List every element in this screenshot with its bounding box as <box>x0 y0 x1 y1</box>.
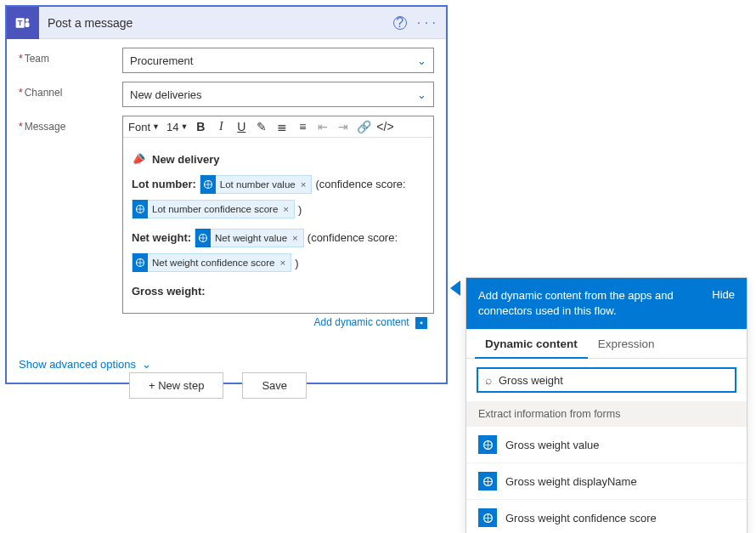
field-team: *Team Procurement ⌄ <box>19 48 434 73</box>
token-icon <box>195 229 211 247</box>
dc-item-gross-displayname[interactable]: Gross weight displayName <box>466 463 747 500</box>
card-header-actions: ? · · · <box>393 15 446 31</box>
tab-expression[interactable]: Expression <box>588 329 665 358</box>
card-body: *Team Procurement ⌄ *Channel New deliver… <box>7 39 446 349</box>
show-advanced-link[interactable]: Show advanced options ⌄ <box>19 358 151 371</box>
editor-heading: New delivery <box>152 150 220 169</box>
gross-weight-label: Gross weight: <box>132 281 206 301</box>
token-remove[interactable]: × <box>287 230 303 247</box>
add-dynamic-content-row: Add dynamic content ▪ <box>122 314 434 334</box>
tab-dynamic-content[interactable]: Dynamic content <box>475 329 588 359</box>
save-button[interactable]: Save <box>242 372 307 399</box>
font-picker[interactable]: Font▼ <box>128 121 161 133</box>
megaphone-icon: 📣 <box>128 148 148 171</box>
add-dynamic-content-badge: ▪ <box>415 317 427 329</box>
underline-button[interactable]: U <box>234 120 249 133</box>
token-lot-confidence[interactable]: Lot number confidence score × <box>132 200 295 218</box>
popup-header-text: Add dynamic content from the apps and co… <box>478 288 712 319</box>
search-icon: ⌕ <box>485 373 492 387</box>
more-icon[interactable]: · · · <box>417 15 436 31</box>
token-icon <box>133 200 148 218</box>
search-box[interactable]: ⌕ <box>477 367 736 393</box>
outdent-button[interactable]: ⇤ <box>315 120 330 133</box>
channel-label: *Channel <box>19 82 122 107</box>
lot-number-label: Lot number: <box>132 174 196 194</box>
new-step-button[interactable]: + New step <box>129 372 223 399</box>
message-label: *Message <box>19 116 122 334</box>
confidence-close: ) <box>298 200 302 219</box>
dc-group-header: Extract information from forms <box>466 401 747 427</box>
teams-icon: T <box>7 7 39 39</box>
svg-text:T: T <box>18 19 23 27</box>
indent-button[interactable]: ⇥ <box>336 120 351 133</box>
dc-item-icon <box>478 508 497 527</box>
link-button[interactable]: 🔗 <box>356 120 371 133</box>
bold-button[interactable]: B <box>193 120 208 133</box>
confidence-close: ) <box>295 253 298 273</box>
dc-item-label: Gross weight confidence score <box>505 512 657 524</box>
code-view-button[interactable]: </> <box>376 120 392 133</box>
size-picker[interactable]: 14▼ <box>166 121 188 133</box>
team-label: *Team <box>19 48 122 73</box>
chevron-down-icon: ⌄ <box>417 88 426 101</box>
search-wrap: ⌕ <box>466 359 747 401</box>
dc-item-gross-confidence[interactable]: Gross weight confidence score <box>466 500 747 533</box>
search-input[interactable] <box>499 374 728 387</box>
number-list-button[interactable]: ≡ <box>295 120 310 133</box>
svg-rect-3 <box>25 22 30 27</box>
popup-connector <box>450 281 460 296</box>
highlight-button[interactable]: ✎ <box>254 120 269 133</box>
confidence-open: (confidence score: <box>307 228 398 247</box>
bullet-list-button[interactable]: ≣ <box>274 120 290 133</box>
team-value: Procurement <box>130 54 193 67</box>
dc-item-gross-value[interactable]: Gross weight value <box>466 427 747 463</box>
token-net-confidence[interactable]: Net weight confidence score × <box>132 253 291 272</box>
token-remove[interactable]: × <box>274 254 291 272</box>
italic-button[interactable]: I <box>213 120 228 133</box>
channel-value: New deliveries <box>130 88 202 101</box>
rich-text-editor: Font▼ 14▼ B I U ✎ ≣ ≡ ⇤ ⇥ 🔗 </> � <box>122 116 434 314</box>
action-card: T Post a message ? · · · *Team Procureme… <box>5 5 448 384</box>
editor-toolbar: Font▼ 14▼ B I U ✎ ≣ ≡ ⇤ ⇥ 🔗 </> <box>123 116 433 138</box>
hide-link[interactable]: Hide <box>712 288 735 319</box>
dc-item-label: Gross weight displayName <box>505 475 637 488</box>
popup-tabs: Dynamic content Expression <box>466 329 747 359</box>
field-message: *Message Font▼ 14▼ B I U ✎ ≣ ≡ ⇤ ⇥ 🔗 <box>19 116 434 334</box>
token-icon <box>200 175 216 194</box>
token-lot-value[interactable]: Lot number value × <box>200 175 313 194</box>
token-icon <box>133 253 148 272</box>
popup-header: Add dynamic content from the apps and co… <box>466 278 747 329</box>
dc-item-label: Gross weight value <box>505 439 600 451</box>
flow-buttons: + New step Save <box>129 372 307 399</box>
editor-content[interactable]: 📣New delivery Lot number: Lot number val… <box>123 138 433 313</box>
field-channel: *Channel New deliveries ⌄ <box>19 82 434 107</box>
card-title: Post a message <box>39 16 393 30</box>
chevron-down-icon: ⌄ <box>417 54 426 67</box>
token-remove[interactable]: × <box>278 201 294 218</box>
net-weight-label: Net weight: <box>132 228 191 247</box>
svg-point-2 <box>25 18 29 21</box>
help-icon[interactable]: ? <box>393 16 407 30</box>
team-select[interactable]: Procurement ⌄ <box>122 48 434 73</box>
dynamic-content-popup: Add dynamic content from the apps and co… <box>465 277 748 533</box>
add-dynamic-content-link[interactable]: Add dynamic content <box>314 316 409 328</box>
confidence-open: (confidence score: <box>315 174 405 194</box>
token-net-value[interactable]: Net weight value × <box>195 229 304 247</box>
channel-select[interactable]: New deliveries ⌄ <box>122 82 434 107</box>
card-header: T Post a message ? · · · <box>7 7 446 39</box>
token-remove[interactable]: × <box>296 176 312 194</box>
dc-item-icon <box>478 472 497 490</box>
dc-item-icon <box>478 435 497 454</box>
